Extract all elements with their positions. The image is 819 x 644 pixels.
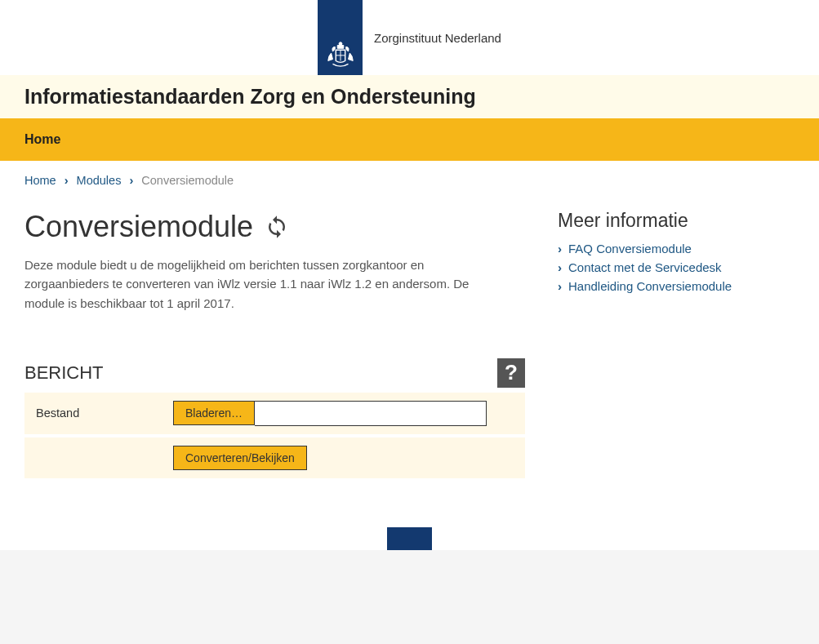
logo-box (318, 0, 363, 75)
breadcrumb-current: Conversiemodule (141, 174, 234, 187)
help-button[interactable]: ? (497, 358, 525, 388)
nav-bar: Home (0, 118, 819, 161)
crest-icon (325, 38, 356, 69)
chevron-right-icon: › (65, 174, 69, 187)
sidebar-item: › Contact met de Servicedesk (558, 260, 795, 274)
chevron-right-icon: › (558, 242, 562, 255)
file-label: Bestand (24, 393, 162, 436)
form-row-action: Converteren/Bekijken (24, 436, 525, 478)
footer-logo-box (387, 527, 432, 550)
chevron-right-icon: › (129, 174, 133, 187)
chevron-right-icon: › (558, 260, 562, 274)
header: Zorginstituut Nederland (0, 0, 819, 75)
title-bar: Informatiestandaarden Zorg en Ondersteun… (0, 75, 819, 118)
breadcrumb: Home › Modules › Conversiemodule (0, 161, 819, 193)
convert-button[interactable]: Converteren/Bekijken (173, 446, 307, 470)
sidebar-link-faq[interactable]: FAQ Conversiemodule (568, 242, 692, 255)
page-group-title: Informatiestandaarden Zorg en Ondersteun… (24, 85, 795, 109)
sidebar-link-contact[interactable]: Contact met de Servicedesk (568, 260, 722, 274)
browse-button[interactable]: Bladeren… (173, 401, 255, 425)
site-name: Zorginstituut Nederland (374, 31, 501, 45)
sidebar-title: Meer informatie (558, 210, 795, 232)
form-row-file: Bestand Bladeren… (24, 393, 525, 436)
file-input[interactable] (255, 401, 487, 426)
sidebar: Meer informatie › FAQ Conversiemodule › … (558, 210, 795, 478)
sidebar-item: › Handleiding Conversiemodule (558, 279, 795, 293)
description: Deze module biedt u de mogelijkheid om b… (24, 255, 474, 313)
page-title: Conversiemodule (24, 210, 253, 244)
footer-stub (0, 527, 819, 550)
breadcrumb-home[interactable]: Home (24, 174, 56, 187)
sidebar-item: › FAQ Conversiemodule (558, 242, 795, 255)
breadcrumb-modules[interactable]: Modules (77, 174, 122, 187)
nav-home[interactable]: Home (24, 132, 60, 147)
chevron-right-icon: › (558, 279, 562, 293)
svg-point-0 (339, 42, 342, 46)
sidebar-link-manual[interactable]: Handleiding Conversiemodule (568, 279, 732, 293)
sync-icon (265, 215, 289, 239)
section-title-bericht: BERICHT (24, 362, 104, 384)
